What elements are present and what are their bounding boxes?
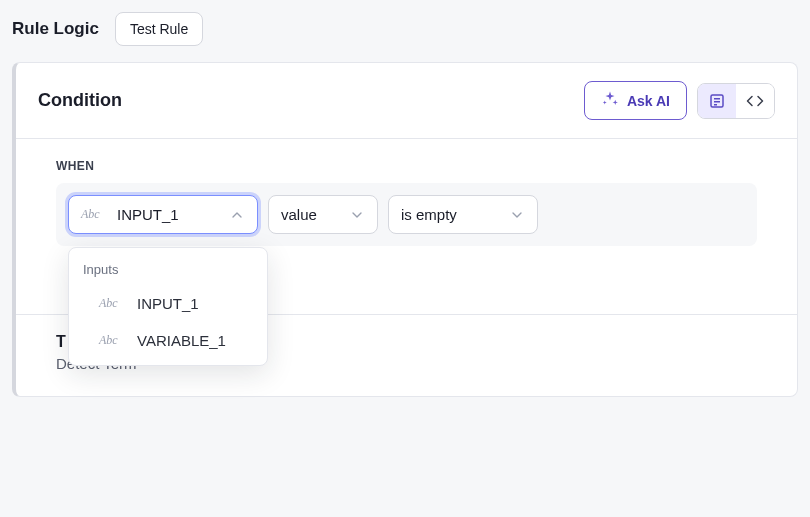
page-title: Rule Logic	[12, 19, 99, 39]
text-type-icon: Abc	[81, 207, 107, 222]
dropdown-item-variable-1[interactable]: Abc VARIABLE_1	[69, 322, 267, 359]
text-type-icon: Abc	[99, 333, 125, 348]
dropdown-section-label: Inputs	[69, 258, 267, 285]
dropdown-item-label: INPUT_1	[137, 295, 199, 312]
code-view-button[interactable]	[736, 84, 774, 118]
variable-dropdown: Inputs Abc INPUT_1 Abc VARIABLE_1	[68, 247, 268, 366]
code-view-icon	[746, 92, 764, 110]
operator-select-value: is empty	[401, 206, 457, 223]
sparkle-icon	[601, 90, 619, 111]
attribute-select-value: value	[281, 206, 317, 223]
view-mode-toggle	[697, 83, 775, 119]
when-label: WHEN	[56, 159, 757, 173]
ask-ai-label: Ask AI	[627, 93, 670, 109]
condition-row: Abc INPUT_1 value is empty	[56, 183, 757, 246]
ask-ai-button[interactable]: Ask AI	[584, 81, 687, 120]
text-type-icon: Abc	[99, 296, 125, 311]
dropdown-item-label: VARIABLE_1	[137, 332, 226, 349]
form-view-icon	[708, 92, 726, 110]
operator-select[interactable]: is empty	[388, 195, 538, 234]
chevron-up-icon	[229, 207, 245, 223]
condition-title: Condition	[38, 90, 122, 111]
variable-select-value: INPUT_1	[117, 206, 179, 223]
test-rule-button[interactable]: Test Rule	[115, 12, 203, 46]
form-view-button[interactable]	[698, 84, 736, 118]
chevron-down-icon	[349, 207, 365, 223]
variable-select[interactable]: Abc INPUT_1	[68, 195, 258, 234]
attribute-select[interactable]: value	[268, 195, 378, 234]
dropdown-item-input-1[interactable]: Abc INPUT_1	[69, 285, 267, 322]
condition-card: Condition Ask AI	[12, 62, 798, 397]
chevron-down-icon	[509, 207, 525, 223]
